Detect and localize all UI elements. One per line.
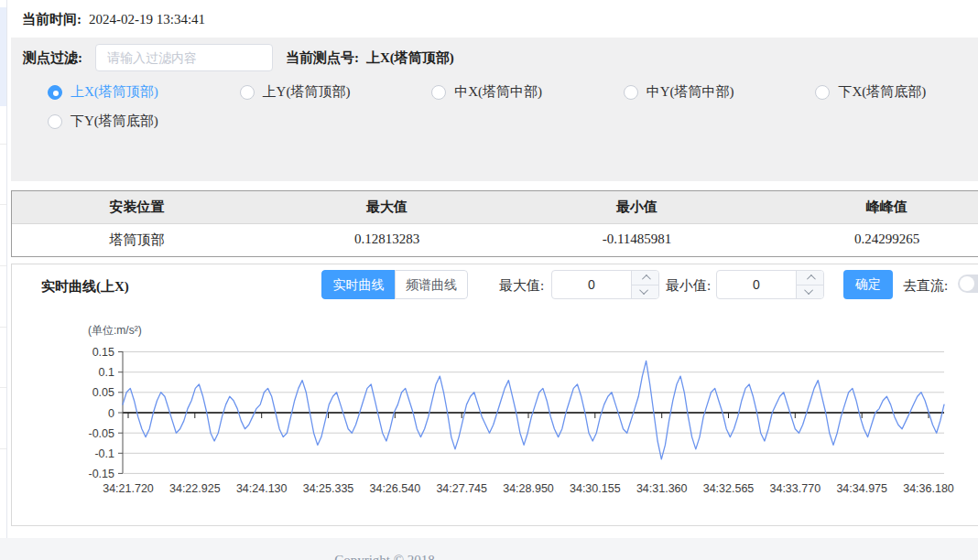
min-value-stepper: 0 — [716, 270, 824, 299]
tab-realtime-curve[interactable]: 实时曲线 — [321, 270, 395, 299]
chevron-up-icon — [807, 275, 816, 284]
radio-label: 上Y(塔筒顶部) — [263, 83, 351, 101]
svg-text:34:28.950: 34:28.950 — [503, 482, 554, 495]
cell-install-position: 塔筒顶部 — [12, 224, 262, 256]
current-point-value: 上X(塔筒顶部) — [366, 49, 454, 67]
radio-unselected-icon — [624, 85, 638, 100]
radio-label: 上X(塔筒顶部) — [71, 83, 158, 101]
realtime-curve-card: 实时曲线(上X) 实时曲线 频谱曲线 最大值: 0 最小值: 0 确定 去直流: — [11, 264, 978, 526]
point-radio-row-2: 下Y(塔筒底部) — [11, 113, 978, 130]
radio-selected-icon — [48, 85, 62, 100]
current-point-label: 当前测点号: — [286, 49, 359, 67]
svg-text:34:32.565: 34:32.565 — [703, 482, 755, 495]
sidebar-active-item — [0, 7, 6, 106]
spinner-up-icon[interactable] — [632, 271, 658, 285]
svg-text:-0.05: -0.05 — [89, 427, 115, 440]
col-min-value: 最小值 — [512, 191, 762, 223]
svg-text:34:30.155: 34:30.155 — [570, 482, 621, 495]
radio-label: 下X(塔筒底部) — [838, 83, 926, 101]
waveform-chart: 0.150.10.050-0.05-0.1-0.1534:21.72034:22… — [12, 338, 978, 521]
table-header-row: 安装位置 最大值 最小值 峰峰值 — [12, 191, 978, 224]
current-time-value: 2024-02-19 13:34:41 — [89, 12, 205, 27]
main-content: 当前时间:2024-02-19 13:34:41 测点过滤: 当前测点号: 上X… — [7, 0, 978, 526]
chevron-down-icon — [639, 285, 648, 295]
svg-text:0.1: 0.1 — [99, 366, 114, 379]
current-time-row: 当前时间:2024-02-19 13:34:41 — [7, 0, 978, 28]
min-value-input[interactable]: 0 — [717, 271, 796, 298]
radio-unselected-icon — [240, 85, 255, 100]
stats-table: 安装位置 最大值 最小值 峰峰值 塔筒顶部 0.12813283 -0.1148… — [11, 190, 978, 257]
radio-label: 中Y(塔筒中部) — [647, 83, 734, 101]
table-row: 塔筒顶部 0.12813283 -0.11485981 0.24299265 — [12, 224, 978, 256]
max-value-input[interactable]: 0 — [552, 271, 631, 298]
svg-text:34:36.180: 34:36.180 — [903, 482, 954, 495]
sidebar-divider — [0, 265, 6, 266]
cell-peak-to-peak: 0.24299265 — [762, 224, 978, 256]
footer: Copyright © 2018 — [0, 538, 978, 560]
radio-unselected-icon — [431, 85, 446, 100]
svg-text:34:21.720: 34:21.720 — [103, 482, 154, 495]
chart-unit-label: (单位:m/s²) — [88, 323, 142, 339]
radio-point-middle-x[interactable]: 中X(塔筒中部) — [431, 83, 624, 101]
copyright-text: Copyright © 2018 — [0, 538, 769, 560]
svg-text:34:24.130: 34:24.130 — [236, 482, 288, 495]
sidebar-divider — [0, 387, 6, 388]
min-input-label: 最小值: — [666, 277, 711, 295]
spinner-down-icon[interactable] — [632, 285, 658, 299]
sidebar-divider — [0, 327, 6, 328]
spinner-up-icon[interactable] — [797, 271, 823, 285]
max-input-label: 最大值: — [499, 277, 544, 295]
svg-text:0.15: 0.15 — [92, 346, 114, 359]
svg-text:0: 0 — [108, 407, 114, 420]
tab-spectrum-curve[interactable]: 频谱曲线 — [395, 270, 468, 299]
sidebar-sliver — [0, 0, 7, 538]
point-radio-row-1: 上X(塔筒顶部) 上Y(塔筒顶部) 中X(塔筒中部) 中Y(塔筒中部) 下X(塔… — [11, 83, 978, 101]
toggle-knob — [960, 276, 974, 291]
radio-point-lower-y[interactable]: 下Y(塔筒底部) — [48, 113, 245, 130]
col-max-value: 最大值 — [262, 191, 512, 223]
svg-text:34:26.540: 34:26.540 — [369, 482, 420, 495]
chevron-up-icon — [642, 275, 651, 284]
max-spinner — [631, 271, 658, 298]
radio-point-middle-y[interactable]: 中Y(塔筒中部) — [624, 83, 816, 101]
min-spinner — [796, 271, 823, 298]
svg-text:-0.1: -0.1 — [94, 447, 114, 460]
sidebar-divider — [0, 204, 6, 205]
col-peak-to-peak: 峰峰值 — [762, 191, 978, 223]
current-time-label: 当前时间: — [22, 12, 82, 27]
max-value-stepper: 0 — [551, 270, 659, 299]
cell-max-value: 0.12813283 — [262, 224, 512, 256]
sidebar-divider — [0, 448, 6, 449]
remove-dc-toggle[interactable] — [958, 275, 978, 293]
radio-unselected-icon — [48, 114, 62, 129]
svg-text:34:31.360: 34:31.360 — [636, 482, 688, 495]
chart-area: 0.150.10.050-0.05-0.1-0.1534:21.72034:22… — [12, 338, 978, 521]
sidebar-divider — [0, 144, 6, 145]
radio-point-lower-x[interactable]: 下X(塔筒底部) — [815, 83, 978, 101]
filter-label: 测点过滤: — [23, 49, 82, 67]
svg-text:34:34.975: 34:34.975 — [836, 482, 887, 495]
cell-min-value: -0.11485981 — [512, 224, 762, 256]
col-install-position: 安装位置 — [12, 191, 262, 223]
svg-text:34:33.770: 34:33.770 — [769, 482, 820, 495]
filter-input[interactable] — [95, 44, 273, 71]
chevron-down-icon — [804, 285, 813, 295]
remove-dc-label: 去直流: — [903, 277, 948, 295]
radio-label: 下Y(塔筒底部) — [71, 113, 158, 130]
radio-unselected-icon — [815, 85, 830, 100]
svg-text:34:22.925: 34:22.925 — [169, 482, 221, 495]
filter-panel: 测点过滤: 当前测点号: 上X(塔筒顶部) 上X(塔筒顶部) 上Y(塔筒顶部) … — [11, 38, 978, 181]
radio-point-upper-y[interactable]: 上Y(塔筒顶部) — [240, 83, 432, 101]
radio-label: 中X(塔筒中部) — [454, 83, 542, 101]
confirm-button[interactable]: 确定 — [843, 270, 893, 299]
svg-text:0.05: 0.05 — [92, 386, 114, 399]
radio-point-upper-x[interactable]: 上X(塔筒顶部) — [48, 83, 240, 101]
curve-title: 实时曲线(上X) — [41, 278, 129, 296]
svg-text:34:27.745: 34:27.745 — [436, 482, 487, 495]
svg-text:-0.15: -0.15 — [89, 468, 115, 480]
curve-tab-group: 实时曲线 频谱曲线 — [321, 270, 468, 299]
spinner-down-icon[interactable] — [797, 285, 823, 299]
svg-text:34:25.335: 34:25.335 — [303, 482, 354, 495]
